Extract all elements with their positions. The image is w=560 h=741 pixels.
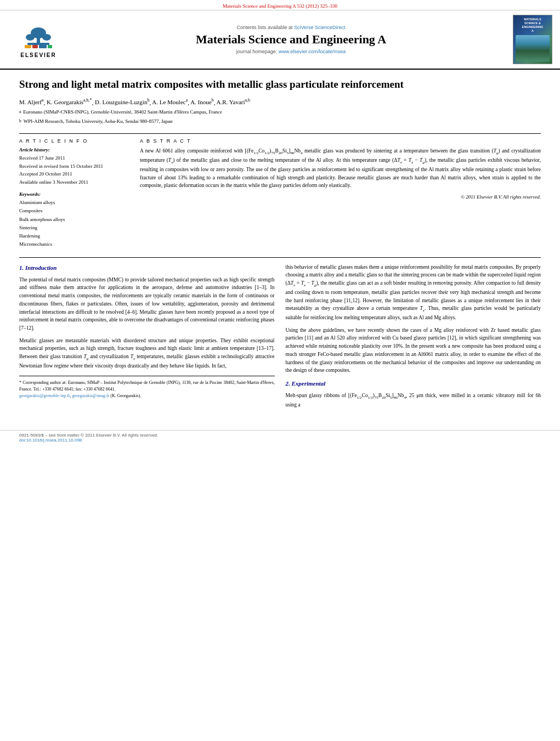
section-1-title: Introduction xyxy=(25,264,56,271)
section-2-number: 2. xyxy=(286,380,292,387)
received-date: Received 17 June 2011 xyxy=(19,154,129,162)
author-2-sup: a,b,* xyxy=(83,98,92,103)
cover-photo xyxy=(516,35,550,61)
affil-2-sup: b xyxy=(19,118,21,127)
email-2: georgarakis@imag.fr xyxy=(72,393,109,398)
section-1-para-2: Metallic glasses are metastable material… xyxy=(19,337,275,370)
section-1-col2-para-1: this behavior of metallic glasses makes … xyxy=(286,263,541,322)
svg-rect-6 xyxy=(32,45,38,48)
keyword-6: Micromechanics xyxy=(19,240,129,248)
homepage-link[interactable]: www.elsevier.com/locate/msea xyxy=(279,49,346,54)
section-2-title: Experimental xyxy=(292,380,326,387)
article-info-label: A R T I C L E I N F O xyxy=(19,138,129,144)
author-1-sup: a xyxy=(42,98,44,103)
accepted-date: Accepted 20 October 2011 xyxy=(19,170,129,178)
author-5: A. Inoueb xyxy=(190,99,214,105)
svg-rect-7 xyxy=(39,45,47,48)
main-content: Strong and light metal matrix composites… xyxy=(0,70,560,425)
header-divider xyxy=(19,133,541,134)
article-info-column: A R T I C L E I N F O Article history: R… xyxy=(19,138,129,248)
received-revised-date: Received in revised form 15 October 2011 xyxy=(19,162,129,170)
homepage-prefix: journal homepage: xyxy=(236,49,278,54)
footnote-section: * Corresponding author at: Euronano, SIM… xyxy=(19,376,275,399)
keyword-4: Sintering xyxy=(19,224,129,232)
footnote-email-line: georgarakis@grenoble-inp.fr, georgarakis… xyxy=(19,393,275,399)
journal-title-area: Contents lists available at SciVerse Sci… xyxy=(77,15,505,64)
section-1-para-1: The potential of metal matrix composites… xyxy=(19,276,275,332)
keyword-1: Aluminium alloys xyxy=(19,199,129,207)
available-date: Available online 3 November 2011 xyxy=(19,178,129,186)
svg-rect-5 xyxy=(25,45,31,48)
author-2: K. Georgarakisa,b,* xyxy=(47,99,92,105)
author-3: D. Louzguine-Luzginb xyxy=(95,99,149,105)
abstract-column: A B S T R A C T A new Al 6061 alloy comp… xyxy=(140,138,541,248)
author-4-sup: a xyxy=(186,98,188,103)
sciverse-line: Contents lists available at SciVerse Sci… xyxy=(236,25,345,30)
affil-1-sup: a xyxy=(19,109,21,118)
bottom-bar: 0921-5093/$ – see front matter © 2011 El… xyxy=(0,430,560,445)
keyword-3: Bulk amorphous alloys xyxy=(19,216,129,224)
section-1-heading: 1. Introduction xyxy=(19,263,275,273)
journal-reference: Materials Science and Engineering A 532 … xyxy=(223,3,337,9)
body-divider xyxy=(19,257,541,258)
footnote-text: * Corresponding author at: Euronano, SIM… xyxy=(19,380,275,393)
elsevier-brand-text: ELSEVIER xyxy=(20,52,56,58)
section-1-col2-para-2: Using the above guidelines, we have rece… xyxy=(286,326,541,375)
and-text: and xyxy=(315,335,323,341)
email-1: georgarakis@grenoble-inp.fr xyxy=(19,393,70,398)
article-info-abstract-section: A R T I C L E I N F O Article history: R… xyxy=(19,138,541,248)
author-6-sup: a,b xyxy=(245,98,251,103)
author-1: M. Aljerfa xyxy=(19,99,44,105)
issn-text: 0921-5093/$ – see front matter © 2011 El… xyxy=(19,433,158,438)
keywords-label: Keywords: xyxy=(19,191,129,197)
body-column-left: 1. Introduction The potential of metal m… xyxy=(19,263,275,414)
author-3-sup: b xyxy=(147,98,149,103)
body-section: 1. Introduction The potential of metal m… xyxy=(19,263,541,414)
sciverse-prefix: Contents lists available at xyxy=(236,25,292,30)
elsevier-logo-area: ELSEVIER xyxy=(5,15,71,64)
journal-title: Materials Science and Engineering A xyxy=(196,32,386,47)
affil-2-text: WPI-AIM Research, Tohoku University, Aob… xyxy=(24,118,173,127)
article-title: Strong and light metal matrix composites… xyxy=(19,78,541,92)
cover-title: MATERIALS SCIENCE & ENGINEERING A xyxy=(522,18,544,33)
section-2-para-1: Melt-spun glassy ribbons of [(Fe1/2Co1/2… xyxy=(286,392,541,409)
abstract-label: A B S T R A C T xyxy=(140,138,541,144)
svg-point-3 xyxy=(26,34,35,41)
email-attribution: (K. Georgarakis). xyxy=(110,393,141,398)
section-2-heading: 2. Experimental xyxy=(286,379,541,388)
bottom-bar-content: 0921-5093/$ – see front matter © 2011 El… xyxy=(19,433,541,438)
authors-line: M. Aljerfa, K. Georgarakisa,b,*, D. Louz… xyxy=(19,98,541,106)
doi-line: doi:10.1016/j.msea.2011.10.098 xyxy=(19,438,541,443)
journal-cover-area: MATERIALS SCIENCE & ENGINEERING A xyxy=(511,15,555,64)
keyword-2: Composites xyxy=(19,207,129,215)
copyright-notice: © 2011 Elsevier B.V. All rights reserved… xyxy=(140,194,541,200)
author-5-sup: b xyxy=(212,98,214,103)
affiliation-2: b WPI-AIM Research, Tohoku University, A… xyxy=(19,118,541,127)
abstract-text: A new Al 6061 alloy composite reinforced… xyxy=(140,147,541,190)
top-bar: Materials Science and Engineering A 532 … xyxy=(0,0,560,10)
affiliations: a Euronano (SIMaP-CNRS-INPG), Grenoble-U… xyxy=(19,109,541,127)
author-6: A.R. Yavaria,b xyxy=(217,99,251,105)
svg-rect-8 xyxy=(48,45,52,48)
sciverse-link[interactable]: SciVerse ScienceDirect xyxy=(294,25,346,30)
article-history-label: Article history: xyxy=(19,147,129,152)
footnote-star: * Corresponding author at: Euronano, SIM… xyxy=(19,380,275,392)
journal-homepage: journal homepage: www.elsevier.com/locat… xyxy=(236,49,346,54)
journal-header: ELSEVIER Contents lists available at Sci… xyxy=(0,10,560,70)
elsevier-tree-icon xyxy=(19,21,58,51)
keyword-5: Hardening xyxy=(19,232,129,240)
page-wrapper: Materials Science and Engineering A 532 … xyxy=(0,0,560,445)
affil-1-text: Euronano (SIMaP-CNRS-INPG), Grenoble-Uni… xyxy=(23,109,222,118)
doi-text: doi:10.1016/j.msea.2011.10.098 xyxy=(19,438,82,443)
body-column-right: this behavior of metallic glasses makes … xyxy=(286,263,541,414)
journal-cover-image: MATERIALS SCIENCE & ENGINEERING A xyxy=(513,15,552,64)
svg-point-4 xyxy=(42,34,51,41)
section-1-number: 1. xyxy=(19,264,25,271)
author-4: A. Le Mouleca xyxy=(152,99,188,105)
affiliation-1: a Euronano (SIMaP-CNRS-INPG), Grenoble-U… xyxy=(19,109,541,118)
elsevier-logo: ELSEVIER xyxy=(19,21,58,58)
